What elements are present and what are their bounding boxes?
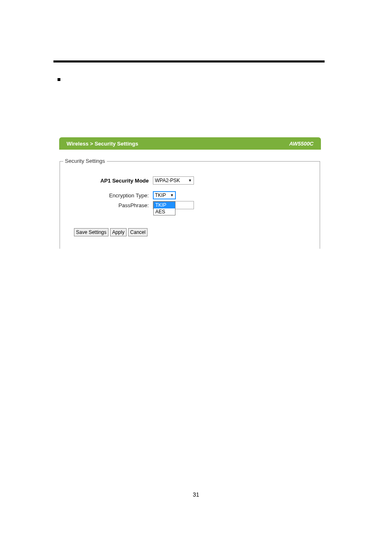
breadcrumb: Wireless > Security Settings <box>67 141 138 147</box>
fieldset-legend: Security Settings <box>63 158 107 164</box>
security-mode-row: AP1 Security Mode WPA2-PSK ▼ <box>71 176 309 185</box>
security-settings-fieldset: Security Settings AP1 Security Mode WPA2… <box>60 161 320 249</box>
horizontal-rule <box>53 60 325 62</box>
encryption-type-select[interactable]: TKIP ▼ <box>153 191 176 199</box>
chevron-down-icon: ▼ <box>170 194 174 197</box>
encryption-type-value: TKIP <box>155 192 166 198</box>
encryption-type-label: Encryption Type: <box>71 192 153 199</box>
passphrase-label: PassPhrase: <box>71 202 153 208</box>
chevron-down-icon: ▼ <box>188 179 192 183</box>
panel-header: Wireless > Security Settings AW5500C <box>59 137 321 150</box>
bullet-icon <box>58 78 60 81</box>
encryption-type-dropdown[interactable]: TKIP AES <box>153 201 175 215</box>
security-mode-label: AP1 Security Mode <box>71 178 153 184</box>
passphrase-row: PassPhrase: <box>71 201 309 209</box>
button-row: Save Settings Apply Cancel <box>74 228 309 236</box>
encryption-type-row: Encryption Type: TKIP ▼ <box>71 191 309 199</box>
page-number: 31 <box>0 491 392 498</box>
encryption-option-aes[interactable]: AES <box>154 208 175 215</box>
model-label: AW5500C <box>289 141 314 147</box>
apply-button[interactable]: Apply <box>110 228 127 236</box>
security-mode-select[interactable]: WPA2-PSK ▼ <box>153 176 194 185</box>
cancel-button[interactable]: Cancel <box>128 228 148 236</box>
save-settings-button[interactable]: Save Settings <box>74 228 108 236</box>
security-mode-value: WPA2-PSK <box>155 178 180 183</box>
encryption-option-tkip[interactable]: TKIP <box>154 202 175 208</box>
